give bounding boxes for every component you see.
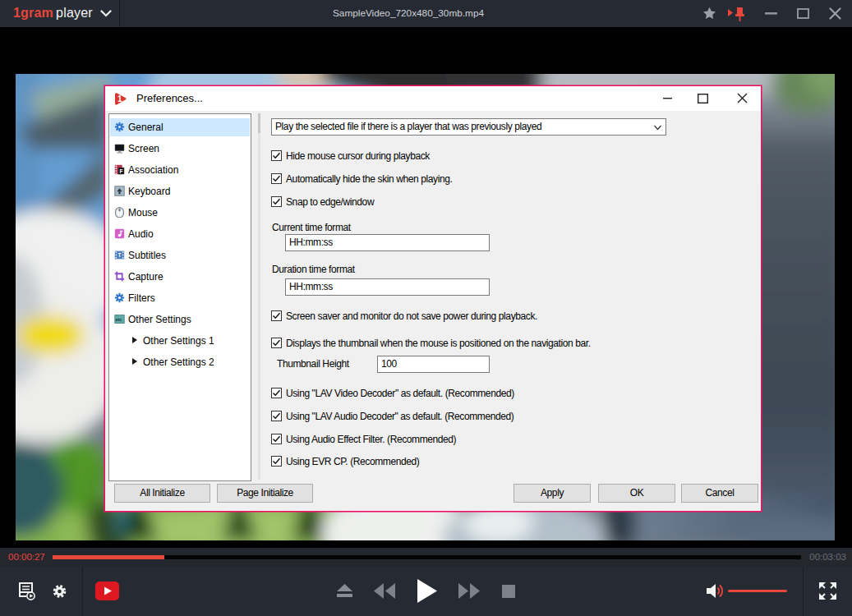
- svg-text:T: T: [117, 252, 121, 258]
- svg-text:1: 1: [117, 94, 122, 103]
- svg-text:F: F: [120, 168, 123, 174]
- svg-text:etc: etc: [115, 317, 122, 322]
